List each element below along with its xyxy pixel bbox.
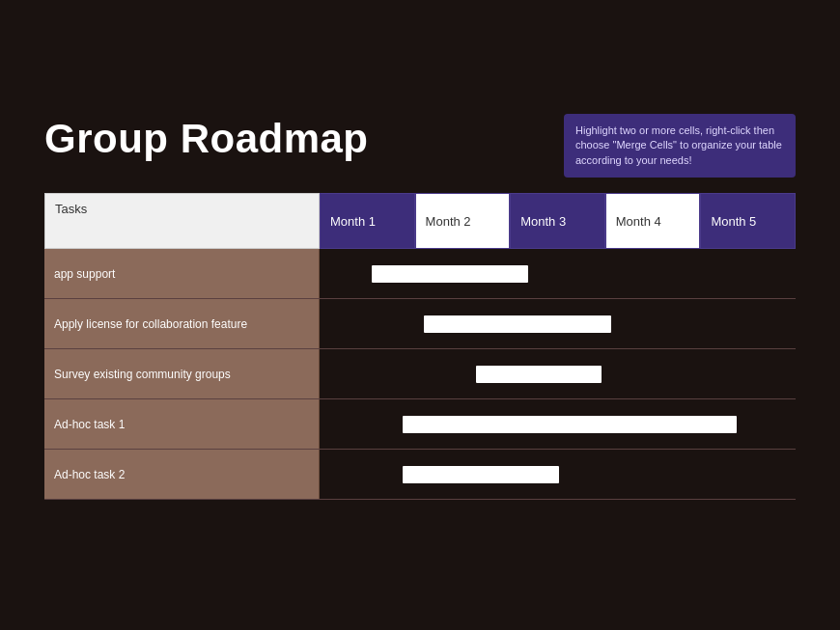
gantt-bar <box>403 466 559 483</box>
gantt-area <box>320 249 796 298</box>
table-header-row: Tasks Month 1 Month 2 Month 3 Month 4 Mo… <box>44 193 796 249</box>
gantt-bar <box>476 366 602 383</box>
gantt-bar <box>372 265 528 283</box>
month3-header: Month 3 <box>510 193 605 249</box>
table-row: Ad-hoc task 1 <box>44 399 796 450</box>
title-section: Group Roadmap <box>44 116 369 162</box>
table-row: Apply license for collaboration feature <box>44 299 796 349</box>
task-label: app support <box>44 249 320 298</box>
task-label: Apply license for collaboration feature <box>44 299 320 348</box>
month1-header: Month 1 <box>320 193 415 249</box>
gantt-area <box>320 450 796 499</box>
month4-header: Month 4 <box>605 193 701 249</box>
hint-text: Highlight two or more cells, right-click… <box>575 124 782 166</box>
task-label: Ad-hoc task 1 <box>44 399 320 449</box>
gantt-area <box>320 349 796 398</box>
page-title: Group Roadmap <box>44 116 369 162</box>
table-row: app support <box>44 249 796 299</box>
table-row: Ad-hoc task 2 <box>44 450 796 500</box>
gantt-area <box>320 299 796 348</box>
gantt-bar <box>424 315 611 333</box>
roadmap-section: Tasks Month 1 Month 2 Month 3 Month 4 Mo… <box>44 193 796 500</box>
month5-header: Month 5 <box>700 193 796 249</box>
table-body: app support Apply license for collaborat… <box>44 249 796 500</box>
table-row: Survey existing community groups <box>44 349 796 399</box>
task-label: Survey existing community groups <box>44 349 320 398</box>
task-label: Ad-hoc task 2 <box>44 450 320 499</box>
gantt-bar <box>403 416 737 433</box>
month2-header: Month 2 <box>415 193 511 249</box>
tasks-column-header: Tasks <box>44 193 320 249</box>
page-container: Group Roadmap Highlight two or more cell… <box>0 0 840 630</box>
gantt-area <box>320 399 796 449</box>
hint-box: Highlight two or more cells, right-click… <box>564 114 796 178</box>
